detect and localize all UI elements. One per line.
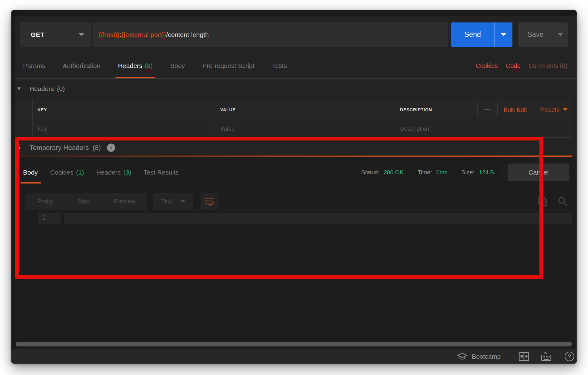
help-glyph: ? (568, 353, 571, 360)
chevron-down-icon (563, 108, 568, 111)
value-input[interactable] (220, 125, 386, 132)
tab-headers-label: Headers (118, 62, 142, 69)
tab-tests-label: Tests (272, 62, 287, 69)
key-input-cell (32, 120, 215, 137)
help-icon[interactable]: ? (565, 352, 574, 361)
tab-headers[interactable]: Headers (8) (118, 53, 153, 78)
chevron-down-icon (79, 33, 84, 36)
method-select[interactable]: GET (20, 22, 91, 47)
divider (477, 103, 478, 116)
request-tabs: Params Authorization Headers (8) Body Pr… (15, 53, 577, 79)
description-column-label: DESCRIPTION (400, 107, 432, 112)
tab-prerequest-label: Pre-request Script (202, 62, 254, 69)
send-button[interactable]: Send (451, 22, 512, 47)
tab-headers-count: (8) (145, 62, 153, 69)
key-column-label: KEY (37, 107, 47, 112)
tab-params-label: Params (23, 62, 45, 69)
more-options-button[interactable]: ••• (484, 107, 491, 112)
tab-body-label: Body (170, 62, 185, 69)
status-bar: Bootcamp ? (11, 349, 577, 364)
graduation-cap-icon (457, 352, 468, 361)
divider (533, 103, 533, 116)
send-label: Send (451, 30, 494, 39)
headers-section-title: Headers (29, 85, 54, 93)
annotation-rectangle (15, 137, 543, 279)
chevron-down-icon (558, 33, 563, 36)
presets-label: Presets (539, 106, 559, 113)
comments-link[interactable]: Comments (0) (528, 62, 567, 69)
row-handle-column (15, 99, 32, 120)
headers-table-input-row (15, 120, 572, 138)
tab-authorization[interactable]: Authorization (63, 53, 100, 78)
keyboard-shortcuts-icon[interactable] (541, 351, 552, 362)
bootcamp-button[interactable]: Bootcamp (457, 352, 501, 361)
headers-table: KEY VALUE DESCRIPTION ••• Bulk Edit Pres… (15, 99, 572, 138)
url-input[interactable]: {{host}} : {{external-port}} /content-le… (92, 22, 448, 47)
value-input-cell (215, 120, 395, 137)
divider (497, 103, 498, 116)
left-edge-strip (11, 16, 15, 349)
horizontal-scrollbar[interactable] (16, 342, 572, 346)
description-column-header: DESCRIPTION ••• Bulk Edit Presets (395, 99, 572, 120)
description-input-cell (395, 120, 572, 137)
url-port-variable: {{external-port}} (121, 31, 166, 38)
value-column-label: VALUE (220, 107, 236, 112)
save-options-button[interactable] (553, 33, 568, 36)
headers-table-header-row: KEY VALUE DESCRIPTION ••• Bulk Edit Pres… (15, 99, 572, 120)
cookies-link[interactable]: Cookies (476, 62, 498, 69)
screenshot-stage: GET {{host}} : {{external-port}} /conten… (0, 0, 588, 375)
presets-button[interactable]: Presets (539, 106, 568, 113)
request-links: Cookies Code Comments (0) (476, 53, 577, 78)
bootcamp-label: Bootcamp (472, 353, 501, 360)
window-titlebar (11, 10, 577, 16)
collapse-down-icon: ▼ (15, 86, 23, 92)
tab-prerequest-script[interactable]: Pre-request Script (202, 53, 254, 78)
row-handle-cell (15, 120, 32, 137)
method-label: GET (31, 31, 79, 38)
search-icon[interactable] (557, 196, 568, 207)
save-button[interactable]: Save (518, 22, 568, 47)
save-label: Save (518, 30, 553, 39)
tab-tests[interactable]: Tests (272, 53, 287, 78)
key-column-header: KEY (32, 99, 215, 120)
headers-section-count: (0) (57, 85, 65, 93)
url-host-variable: {{host}} (99, 31, 120, 38)
description-input[interactable] (400, 125, 563, 132)
chevron-down-icon (501, 33, 506, 36)
value-column-header: VALUE (215, 99, 395, 120)
tab-authorization-label: Authorization (63, 62, 100, 69)
tab-params[interactable]: Params (23, 53, 45, 78)
tab-body[interactable]: Body (170, 53, 185, 78)
send-options-button[interactable] (495, 33, 512, 36)
code-link[interactable]: Code (506, 62, 520, 69)
url-path: /content-length (166, 31, 209, 38)
key-input[interactable] (37, 125, 206, 132)
bulk-edit-button[interactable]: Bulk Edit (504, 106, 527, 113)
two-pane-view-icon[interactable] (519, 352, 529, 361)
headers-section-toggle[interactable]: ▼ Headers (0) (15, 79, 577, 99)
